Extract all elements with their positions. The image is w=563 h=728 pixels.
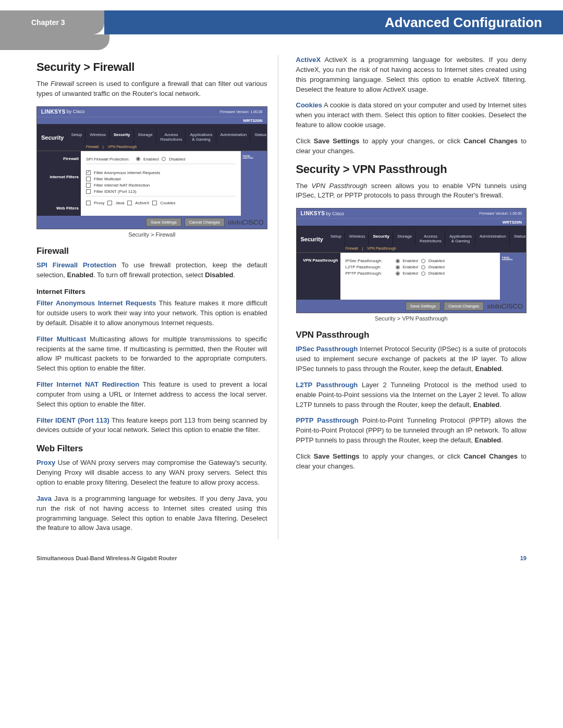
figure-caption: Security > VPN Passthrough [296,315,527,322]
italic: Firewall [51,80,74,88]
tab-wireless[interactable]: Wireless [87,129,109,144]
help-link[interactable]: Help... [502,256,512,260]
side-vpn-passthrough: VPN Passthrough [299,256,338,265]
radio-disabled[interactable] [421,272,425,276]
term-activex: ActiveX [296,56,321,64]
row-ipsec: IPSec Passthrough: Enabled Disabled [346,258,495,263]
screenshot-vpn: LINKSYS by Cisco Firmware Version: 1.00.… [296,208,527,313]
tab-storage[interactable]: Storage [135,129,156,144]
row-spi: SPI Firewall Protection: Enabled Disable… [86,157,236,162]
term-cookies: Cookies [296,101,323,109]
tab-status[interactable]: Status [251,129,267,144]
checkbox[interactable] [86,177,91,181]
text: Disabled [429,271,445,276]
model-label: WRT320N [37,117,267,124]
radio-disabled[interactable] [421,265,425,269]
checkbox[interactable] [127,201,132,205]
row-if2: Filter Multicast [86,177,236,181]
text: . [233,271,235,279]
firmware-label: Firmware Version: 1.00.00 [479,212,522,215]
subnav-firewall[interactable]: Firewall [346,246,358,250]
heading-security-vpn: Security > VPN Passthrough [296,163,527,176]
radio-enabled[interactable] [136,157,140,161]
checkbox[interactable] [86,189,91,194]
radio-disabled[interactable] [421,259,425,263]
checkbox[interactable] [86,170,91,175]
radio-enabled[interactable] [396,272,400,276]
figure-caption: Security > Firewall [36,231,267,238]
bold: Save Settings [314,452,360,460]
text: Click [296,452,314,460]
tab-admin[interactable]: Administration [217,129,251,144]
spi-label: SPI Firewall Protection: [86,157,133,162]
side-internet-filters: Internet Filters [39,172,79,182]
tab-admin[interactable]: Administration [476,231,510,245]
cisco-logo: ıılıılııCISCO [228,218,264,226]
subnav-vpn[interactable]: VPN Passthrough [108,145,137,149]
fig-main: SPI Firewall Protection: Enabled Disable… [81,151,241,216]
checkbox[interactable] [86,183,91,188]
para-save1: Click Save Settings to apply your change… [296,137,527,156]
cancel-button[interactable]: Cancel Changes [185,218,225,227]
text: to apply your changes, or click [360,137,464,145]
fig-help-panel: Help... [500,253,526,300]
radio-enabled[interactable] [396,259,400,263]
subnav-vpn[interactable]: VPN Passthrough [367,246,396,250]
nav-current: Security [299,231,327,245]
text: Cookies [160,201,175,205]
subnav-firewall[interactable]: Firewall [86,145,99,149]
bold: Cancel Changes [463,137,518,145]
bold: Disabled [205,271,233,279]
tab-setup[interactable]: Setup [327,231,345,245]
page-title: Advanced Configuration [104,10,563,34]
text: Proxy [94,201,104,205]
para-fident: Filter IDENT (Port 113) This feature kee… [36,416,267,436]
para-spi: SPI Firewall Protection To use firewall … [36,261,267,280]
page-header: Chapter 3 Advanced Configuration [0,10,563,34]
para-proxy: Proxy Use of WAN proxy servers may compr… [36,458,267,488]
fig-nav: Security Setup Wireless Security Storage… [37,124,267,144]
checkbox[interactable] [107,201,112,205]
term-pptp: PPTP Passthrough [296,416,359,424]
cancel-button[interactable]: Cancel Changes [444,302,484,311]
para-fair: Filter Anonymous Internet Requests This … [36,299,267,328]
nav-current: Security [39,129,68,144]
save-button[interactable]: Save Settings [406,302,440,311]
page-footer: Simultaneous Dual-Band Wireless-N Gigabi… [0,550,563,577]
side-firewall: Firewall [39,154,79,164]
tab-setup[interactable]: Setup [68,129,85,144]
term-fair: Filter Anonymous Internet Requests [36,299,156,307]
left-column: Security > Firewall The Firewall screen … [36,55,267,539]
row-l2tp: L2TP Passthrough: Enabled Disabled [346,265,495,269]
tab-apps[interactable]: Applications & Gaming [187,129,216,144]
subnav-sep: | [362,246,363,250]
brand-logo: LINKSYS [41,109,66,115]
tab-access[interactable]: Access Restrictions [157,129,186,144]
tab-security[interactable]: Security [370,231,394,245]
bold: Enabled [475,436,501,444]
row-pptp: PPTP Passthrough: Enabled Disabled [346,271,495,276]
tab-security[interactable]: Security [111,129,134,144]
italic: VPN Passthrough [311,182,367,190]
page-number: 19 [520,555,527,561]
tab-storage[interactable]: Storage [394,231,415,245]
bold: Enabled [67,271,94,279]
radio-enabled[interactable] [396,265,400,269]
para-cookies: Cookies A cookie is data stored on your … [296,101,527,130]
cisco-logo: ıılıılııCISCO [487,302,523,310]
tab-apps[interactable]: Applications & Gaming [446,231,475,245]
radio-disabled[interactable] [162,157,166,161]
fig-side: Firewall Internet Filters Web Filters [37,151,81,216]
text: . [501,436,503,444]
bold: Cancel Changes [463,452,518,460]
text: Filter Anonymous Internet Requests [94,170,160,175]
help-link[interactable]: Help... [243,154,253,158]
bold: Save Settings [314,137,360,145]
tab-wireless[interactable]: Wireless [346,231,369,245]
tab-access[interactable]: Access Restrictions [417,231,445,245]
checkbox[interactable] [152,201,157,205]
tab-status[interactable]: Status [511,231,527,245]
save-button[interactable]: Save Settings [146,218,181,227]
checkbox[interactable] [86,201,91,205]
term-spi: SPI Firewall Protection [36,261,116,269]
